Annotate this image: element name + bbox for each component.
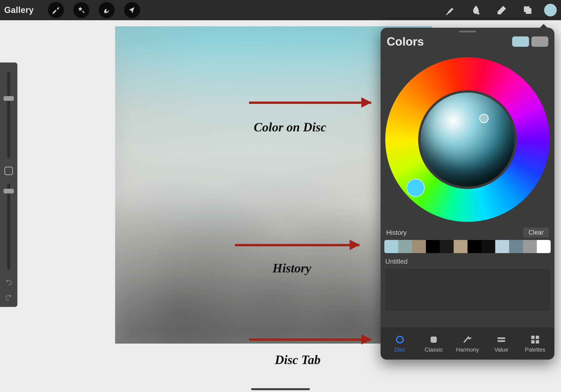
tab-palettes[interactable]: Palettes bbox=[521, 335, 549, 353]
home-indicator[interactable] bbox=[251, 388, 310, 390]
annotation-label-disc-tab: Disc Tab bbox=[275, 352, 321, 367]
color-panel-tabs: Disc Classic Harmony Value Palettes bbox=[381, 328, 554, 359]
history-label: History bbox=[386, 229, 407, 236]
svg-rect-2 bbox=[497, 338, 505, 339]
svg-rect-5 bbox=[536, 336, 539, 339]
color-history-section: History Clear bbox=[381, 224, 554, 253]
brush-icon[interactable] bbox=[441, 0, 460, 20]
adjustments-icon[interactable] bbox=[73, 2, 89, 18]
annotation-label-color-on-disc: Color on Disc bbox=[254, 120, 326, 134]
brush-opacity-slider[interactable] bbox=[7, 184, 10, 270]
top-toolbar: Gallery bbox=[0, 0, 561, 20]
palette-grid[interactable] bbox=[385, 269, 550, 311]
panel-drag-handle[interactable] bbox=[459, 31, 476, 33]
left-sidebar bbox=[0, 63, 17, 307]
clear-history-button[interactable]: Clear bbox=[523, 228, 549, 238]
annotation-arrow bbox=[235, 244, 359, 246]
harmony-icon bbox=[463, 335, 473, 345]
eraser-icon[interactable] bbox=[492, 0, 511, 20]
svg-rect-3 bbox=[497, 340, 505, 341]
selection-icon[interactable] bbox=[99, 2, 115, 18]
svg-rect-6 bbox=[531, 340, 534, 343]
undo-icon[interactable] bbox=[4, 278, 13, 287]
tab-disc[interactable]: Disc bbox=[386, 335, 414, 353]
secondary-color-swatch[interactable] bbox=[531, 36, 548, 47]
tab-harmony[interactable]: Harmony bbox=[453, 335, 482, 353]
svg-rect-4 bbox=[531, 336, 534, 339]
palette-name: Untitled bbox=[385, 258, 408, 265]
saturation-cursor[interactable] bbox=[479, 114, 489, 123]
layers-icon[interactable] bbox=[518, 0, 537, 20]
value-icon bbox=[496, 335, 506, 345]
modify-button[interactable] bbox=[4, 167, 13, 175]
svg-rect-1 bbox=[431, 337, 437, 342]
panel-title: Colors bbox=[387, 35, 424, 48]
svg-rect-7 bbox=[536, 340, 539, 343]
primary-color-swatch[interactable] bbox=[512, 36, 529, 47]
tab-classic[interactable]: Classic bbox=[420, 335, 448, 353]
smudge-icon[interactable] bbox=[466, 0, 485, 20]
tab-value[interactable]: Value bbox=[487, 335, 515, 353]
transform-icon[interactable] bbox=[124, 2, 140, 18]
actions-icon[interactable] bbox=[48, 2, 64, 18]
history-swatches[interactable] bbox=[384, 240, 551, 253]
colors-panel: Colors History Clear bbox=[381, 28, 554, 359]
svg-point-0 bbox=[397, 336, 403, 343]
annotation-label-history: History bbox=[272, 261, 311, 275]
hue-cursor[interactable] bbox=[406, 179, 425, 197]
color-wheel[interactable] bbox=[385, 57, 550, 222]
classic-icon bbox=[429, 335, 439, 345]
palettes-icon bbox=[530, 335, 540, 345]
gallery-button[interactable]: Gallery bbox=[4, 5, 34, 15]
redo-icon[interactable] bbox=[4, 293, 13, 302]
active-color-button[interactable] bbox=[544, 4, 557, 16]
disc-icon bbox=[395, 335, 405, 345]
annotation-arrow bbox=[249, 338, 371, 341]
brush-size-slider[interactable] bbox=[7, 72, 10, 158]
annotation-arrow bbox=[249, 101, 371, 104]
